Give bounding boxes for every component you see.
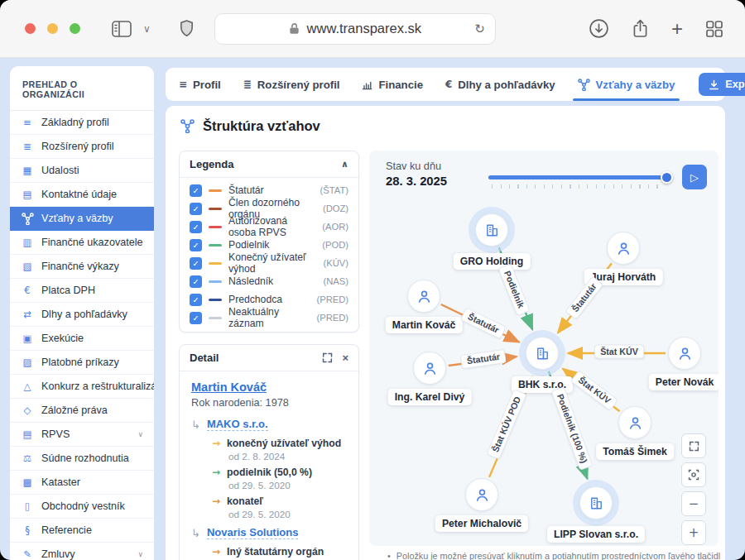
reload-icon[interactable]: ↻ (474, 22, 485, 36)
checkbox-checked-icon[interactable]: ✓ (190, 275, 202, 288)
legend-label: Štatutár (228, 184, 264, 196)
center-view-button[interactable] (681, 462, 706, 487)
sidebar-item-platobne-prikazy[interactable]: ▨ Platobné príkazy (10, 351, 154, 375)
graph-node-label[interactable]: Ing. Karel Divý (388, 389, 472, 405)
graph-node-bhk[interactable] (526, 337, 559, 370)
graph-node-lipp[interactable] (579, 486, 613, 519)
sidebar-item-zakladny-profil[interactable]: ≡ Základný profil (10, 111, 154, 135)
graph-node-gro[interactable] (475, 213, 508, 246)
company-link[interactable]: Novaris Solutions (207, 526, 299, 539)
sidebar-item-rpvs[interactable]: ▤ RPVS ∨ (10, 423, 154, 447)
expand-icon[interactable] (322, 352, 333, 363)
sidebar-item-financne-vykazy[interactable]: ▧ Finančné výkazy (10, 255, 154, 279)
browser-chrome: ∨ www.transparex.sk ↻ + (0, 0, 745, 58)
checkbox-checked-icon[interactable]: ✓ (190, 184, 202, 197)
legend-row: ✓ Následník (NAS) (180, 272, 358, 290)
sidebar-item-dlhy-a-pohladavky[interactable]: ⇄ Dlhy a pohľadávky (10, 303, 154, 327)
minimize-window-button[interactable] (47, 23, 58, 34)
sidebar-item-sudne-rozhodnutia[interactable]: ⚖ Súdne rozhodnutia (10, 447, 154, 471)
graph-node-martin[interactable] (407, 280, 440, 313)
checkbox-checked-icon[interactable]: ✓ (190, 221, 202, 233)
zoom-in-button[interactable]: + (681, 520, 706, 545)
graph-node-label[interactable]: Martin Kováč (386, 317, 463, 333)
list-plus-icon: ≣ (21, 141, 34, 152)
close-window-button[interactable] (25, 23, 36, 34)
tab-profil[interactable]: ≡ Profil (179, 68, 221, 101)
tab-rozsireny-profil[interactable]: ≣ Rozšírený profil (243, 68, 340, 101)
company-link[interactable]: MAKO s.r.o. (207, 418, 268, 431)
sidebar-item-zalozne-prava[interactable]: ◇ Záložné práva (10, 399, 154, 423)
checkbox-checked-icon[interactable]: ✓ (190, 257, 202, 270)
detail-person-link[interactable]: Martin Kováč (191, 381, 267, 394)
sidebar-item-referencie[interactable]: § Referencie (10, 519, 154, 543)
sidebar-item-udalosti[interactable]: ▦ Udalosti (10, 159, 154, 183)
sidebar-item-label: Referencie (41, 524, 92, 536)
branch-arrow-icon: ↳ (191, 419, 200, 431)
collapse-chevron-icon[interactable]: ∧ (341, 159, 348, 170)
chevron-down-icon: ∨ (137, 430, 143, 438)
sidebar-item-label: Rozšírený profil (41, 141, 114, 152)
toolbar-right: + (589, 18, 723, 39)
sidebar-toggle-icon[interactable] (112, 21, 132, 37)
sidebar-item-label: Súdne rozhodnutia (41, 452, 129, 464)
legend-label: Predchodca (228, 294, 282, 305)
relation-label: konateľ (227, 495, 263, 507)
graph-node-label[interactable]: LIPP Slovan s.r.o. (547, 526, 645, 543)
downloads-icon[interactable] (589, 18, 609, 39)
sidebar-item-exekucie[interactable]: ▣ Exekúcie (10, 327, 154, 351)
graph-node-michalovic[interactable] (465, 478, 498, 511)
new-tab-icon[interactable]: + (671, 19, 683, 39)
sidebar-item-label: Vzťahy a väzby (41, 213, 113, 224)
checkbox-checked-icon[interactable]: ✓ (190, 312, 202, 324)
left-column: Legenda ∧ ✓ Štatutár (ŠTAT) ✓ Člen dozor… (179, 151, 359, 560)
legend-label: Následník (228, 275, 273, 287)
checkbox-checked-icon[interactable]: ✓ (190, 239, 202, 251)
legend-line-swatch (209, 317, 222, 319)
legend-panel: Legenda ∧ ✓ Štatutár (ŠTAT) ✓ Člen dozor… (179, 151, 359, 333)
chevron-down-icon[interactable]: ∨ (143, 23, 151, 35)
list-icon: ≡ (21, 117, 34, 128)
sidebar-item-konkurz-a-restrukturalizacia[interactable]: △ Konkurz a reštrukturalizácia (10, 375, 154, 399)
tab-overview-icon[interactable] (705, 20, 723, 38)
sidebar-item-label: Dlhy a pohľadávky (41, 309, 127, 320)
tab-dlhy-a-pohladavky[interactable]: € Dlhy a pohľadávky (445, 68, 555, 101)
legend-label: Neaktuálny záznam (228, 306, 310, 329)
graph-node-karel[interactable] (413, 352, 446, 385)
graph-node-label[interactable]: Peter Novák (649, 374, 719, 390)
zoom-out-button[interactable]: − (681, 491, 706, 516)
sidebar-item-label: Platobné príkazy (41, 357, 119, 368)
graph-node-simek[interactable] (618, 406, 651, 439)
register-icon: ▤ (21, 428, 34, 440)
sidebar-item-rozsireny-profil[interactable]: ≣ Rozšírený profil (10, 135, 154, 159)
graph-node-label[interactable]: Tomáš Šimek (596, 443, 674, 460)
graph-node-label[interactable]: Peter Michalovič (435, 515, 528, 532)
sidebar-item-obchodny-vestnik[interactable]: ▯ Obchodný vestník (10, 495, 154, 519)
tab-vztahy-a-vazby[interactable]: Vzťahy a väzby (578, 68, 675, 101)
tab-financie[interactable]: Financie (362, 68, 423, 101)
sidebar-item-vztahy-a-vazby[interactable]: Vzťahy a väzby (10, 207, 154, 231)
address-bar[interactable]: www.transparex.sk ↻ (214, 13, 496, 45)
close-icon[interactable]: × (342, 352, 348, 363)
fullscreen-button[interactable] (681, 433, 706, 458)
graph-node-juraj[interactable] (607, 232, 640, 265)
share-icon[interactable] (632, 18, 649, 39)
legend-tag: (NAS) (324, 276, 348, 286)
zoom-window-button[interactable] (70, 23, 80, 34)
legend-row: ✓ Autorizovaná osoba RPVS (AOR) (180, 218, 358, 236)
legend-line-swatch (209, 208, 222, 210)
detail-company-row: ↳ Novaris Solutions (191, 526, 347, 539)
sidebar-item-financne-ukazovatele[interactable]: ▥ Finančné ukazovatele (10, 231, 154, 255)
checkbox-checked-icon[interactable]: ✓ (190, 203, 202, 215)
detail-header: Detail × (180, 345, 358, 371)
sidebar-item-kataster[interactable]: ▩ Kataster (10, 471, 154, 495)
checkbox-checked-icon[interactable]: ✓ (190, 294, 202, 306)
sidebar-item-platca-dph[interactable]: € Platca DPH (10, 279, 154, 303)
graph-node-novak[interactable] (668, 337, 701, 370)
sidebar-item-zmluvy[interactable]: ✎ Zmluvy ∨ (10, 543, 154, 560)
sidebar-item-kontaktne-udaje[interactable]: ▤ Kontaktné údaje (10, 183, 154, 207)
privacy-shield-icon[interactable] (179, 19, 195, 38)
lien-icon: ◇ (21, 404, 34, 416)
chevron-down-icon: ∨ (137, 550, 143, 558)
export-button[interactable]: Exportovať (699, 73, 745, 96)
graph-node-label[interactable]: GRO Holding (454, 253, 531, 270)
